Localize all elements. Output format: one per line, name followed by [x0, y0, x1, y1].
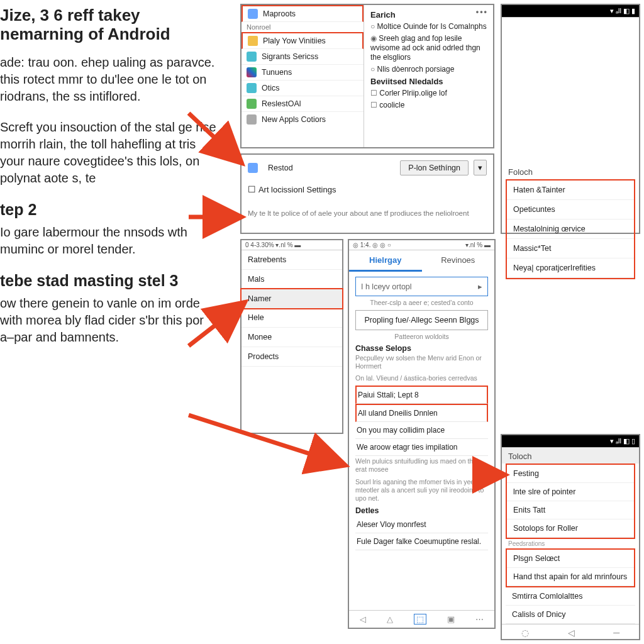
step-3-heading: tebe stad masting stel 3 [0, 272, 218, 290]
nav-home-icon[interactable]: △ [387, 614, 393, 624]
nav-center-icon[interactable]: ⬚ [414, 614, 426, 624]
title-line-1: Jize, 3 6 reff takey [0, 6, 140, 25]
app-icon [248, 163, 258, 173]
app-icon [247, 52, 257, 62]
folder-icon [248, 36, 258, 46]
chevron-right-icon: ▸ [478, 282, 482, 291]
list-item-selected[interactable]: Namer [242, 289, 342, 308]
tree-item-label: Sigrants Sericss [262, 52, 318, 61]
phone-sidebar-list: 0 4-3.30% ▾.nl % ▬ Ratrebents Mals Namer… [240, 239, 343, 434]
article-text: Jize, 3 6 reff takey nemarning of Androi… [0, 0, 226, 366]
list-item[interactable]: All uland Dneilis Dnnlen [355, 404, 488, 422]
tab-bar: Hielrgay Revinoes [349, 250, 494, 272]
checkbox-option[interactable]: Corler Plriip.olige lof [370, 89, 487, 98]
more-icon[interactable]: ••• [476, 8, 488, 16]
radio-option[interactable]: Moltice Ouinde for Is Comalnphs [370, 22, 487, 31]
radio-option[interactable]: Nlis dòenroch porsiage [370, 65, 487, 74]
checkbox-option[interactable]: coolicle [370, 101, 487, 110]
nav-recent-icon[interactable]: ▣ [447, 614, 455, 624]
checkbox-artlocissionl[interactable]: Art locissionl Settings [248, 184, 487, 194]
list-item[interactable]: Calisls of Dnicy [506, 606, 635, 624]
app-icon [248, 9, 258, 19]
nav-back-icon[interactable]: ◁ [360, 614, 366, 624]
list-item[interactable]: Monee [242, 328, 342, 347]
tree-item-label: Tunuens [262, 68, 292, 77]
status-bar: ◎ 1:4. ◎ ◎ ○ ▾.nl % ▬ [349, 240, 494, 250]
list-item[interactable]: Festing [507, 465, 634, 483]
list-item[interactable]: Hele [242, 308, 342, 328]
bottom-nav: ◁ △ ⬚ ▣ ⋯ [349, 610, 494, 628]
list-item[interactable]: Haten &Tainter [507, 180, 634, 200]
settings-explorer-panel: ••• Maproots Nonroel Plaly Yow Vinitiies… [240, 4, 494, 148]
tool-icon [247, 83, 257, 93]
highlighted-group-2: Plsgn Selœct Hand thst apain for ald mri… [506, 548, 635, 587]
paragraph-1: ade: trau oon. ehep ualing as paravce. t… [0, 54, 218, 105]
dropdown-select[interactable]: I h lceyv ortopl ▸ [355, 277, 488, 296]
tree-item-label: Plaly Yow Vinitiies [263, 36, 326, 45]
tree-item-maproots[interactable]: Maproots [242, 5, 364, 22]
list-item[interactable]: lnte slre of pointer [507, 483, 634, 501]
status-left: ◎ 1:4. ◎ ◎ ○ [353, 242, 391, 248]
step-3-text: ow there genein to vanle on im orde with… [0, 295, 218, 346]
tree-item[interactable]: Tunuens [242, 65, 364, 80]
explorer-options: Earich Moltice Ouinde for Is Comalnphs S… [364, 5, 493, 147]
list-item-desc: Weln puluics sntuifudling ius maed on th… [355, 457, 488, 474]
list-item[interactable]: We aroow etagr ties impilation [355, 439, 488, 456]
list-item[interactable]: Neya| cporatjcerIrefities [507, 258, 634, 278]
list-item[interactable]: Sotolops for Roller [507, 519, 634, 538]
list-item[interactable]: On you may collidim place [355, 422, 488, 439]
paragraph-2: Screft you insouction of the stal ge ris… [0, 119, 218, 187]
list-item[interactable]: Fule Dager falke Coeumuptine reslal. [355, 533, 488, 550]
settings-button[interactable]: P-lon Sethíngn [400, 160, 469, 175]
list-item[interactable]: Massic*Tet [507, 239, 634, 258]
tree-branch-label: Nonroel [242, 22, 364, 32]
options-heading: Earich [370, 10, 487, 19]
bottom-nav: ◌ ◁ ─ [502, 624, 639, 641]
list-item[interactable]: Prodects [242, 347, 342, 367]
title-line-2: nemarning of Android [0, 25, 170, 43]
tree-item-label: Maproots [263, 9, 296, 18]
primary-action-button[interactable]: Propling fue/·Allegc Seenn Blggs [355, 310, 488, 330]
radio-option[interactable]: Sreeh glag and fop lesile wvisome ad ock… [370, 34, 487, 62]
nav-more-icon[interactable]: ⋯ [475, 614, 484, 624]
status-right: ▾.nl % ▬ [465, 242, 491, 248]
status-bar: ▾ ₐll ◧ ▯ [502, 435, 639, 448]
section-heading: Detles [355, 506, 488, 515]
tree-item[interactable]: ReslestOAl [242, 96, 364, 112]
tree-item[interactable]: New Appls Cotiors [242, 112, 364, 127]
status-bar: 0 4-3.30% ▾.nl % ▬ [242, 240, 342, 250]
screen-title: Foloch [502, 162, 639, 179]
nav-back-icon[interactable]: ◁ [568, 628, 575, 638]
list-item[interactable]: Paiui Sttali; Lept 8 [355, 386, 488, 404]
group-3: Smtirra Comlolalttes Calisls of Dnicy [506, 587, 635, 624]
list-item[interactable]: Enits Tatt [507, 501, 634, 519]
list-item[interactable]: Smtirra Comlolalttes [506, 587, 635, 606]
button-label: P-lon Sethíngn [408, 164, 460, 172]
section-desc: Pecpulley vw solsen the Menv arid Enon o… [355, 354, 488, 370]
phone-toloch-screen: ▾ ₐll ◧ ▯ Toloch Festing lnte slre of po… [501, 434, 640, 640]
highlighted-list: Haten &Tainter Opeticuntes Mestalolninig… [506, 179, 635, 279]
tree-item-label: ReslestOAl [262, 99, 301, 108]
tree-item-label: Otics [262, 84, 279, 92]
highlighted-group-1: Festing lnte slre of pointer Enits Tatt … [506, 464, 635, 539]
tab-revinoes[interactable]: Revinoes [422, 250, 495, 272]
dropdown-placeholder: I h lceyv ortopl [361, 282, 412, 291]
tab-hielrgay[interactable]: Hielrgay [349, 250, 422, 272]
tree-item[interactable]: Otics [242, 80, 364, 96]
list-item[interactable]: Plsgn Selœct [507, 550, 634, 568]
list-item[interactable]: Opeticuntes [507, 200, 634, 219]
screen-title: Toloch [502, 448, 639, 464]
list-item[interactable]: Mestalolninig œrvice [507, 219, 634, 239]
list-item[interactable]: Aleser Vloy monrfest [355, 516, 488, 533]
tree-item[interactable]: Sigrants Sericss [242, 49, 364, 65]
toolbar-footer-text: My te lt te police of of aele your about… [248, 209, 487, 217]
settings-dropdown-caret[interactable]: ▾ [474, 160, 487, 175]
nav-circle-icon[interactable]: ◌ [521, 628, 529, 638]
nav-line-icon[interactable]: ─ [613, 628, 619, 638]
list-item[interactable]: Hand thst apain for ald mrinfours [507, 568, 634, 586]
list-item[interactable]: Ratrebents [242, 250, 342, 270]
settings-toolbar-panel: Restod P-lon Sethíngn ▾ Art locissionl S… [240, 153, 494, 234]
list-item[interactable]: Mals [242, 270, 342, 289]
caption-text: Theer-cslp a aeer e; cested'a conto [355, 299, 488, 306]
tree-item-play[interactable]: Plaly Yow Vinitiies [242, 32, 364, 49]
